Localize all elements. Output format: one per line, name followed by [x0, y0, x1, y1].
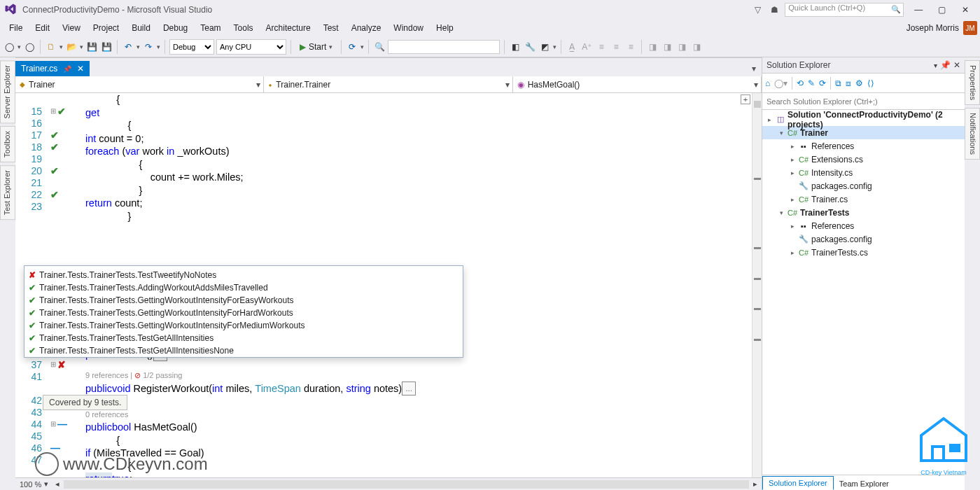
- tree-node[interactable]: ▾C#TrainerTests: [762, 206, 965, 219]
- se-properties-icon[interactable]: ⚙: [855, 78, 863, 88]
- menu-analyze[interactable]: Analyze: [345, 21, 388, 35]
- new-project-icon[interactable]: 🗋: [45, 41, 57, 53]
- properties-tab[interactable]: Properties: [965, 60, 980, 105]
- test-result-row[interactable]: ✔Trainer.Tests.TrainerTests.TestGetAllIn…: [29, 344, 458, 357]
- close-tab-icon[interactable]: ✕: [77, 64, 84, 74]
- solution-explorer-title: Solution Explorer: [766, 60, 931, 70]
- save-icon[interactable]: 💾: [85, 41, 98, 53]
- tb-group3-1[interactable]: ◨: [646, 41, 659, 53]
- nav-method[interactable]: ◉HasMetGoal()▾: [513, 76, 762, 92]
- overview-ruler[interactable]: [752, 93, 762, 477]
- menu-test[interactable]: Test: [317, 21, 345, 35]
- forward-icon[interactable]: ◯: [23, 41, 36, 53]
- se-home-icon[interactable]: ⌂: [765, 78, 770, 88]
- tree-node[interactable]: ▸◫Solution 'ConnectProductivityDemo' (2 …: [762, 113, 965, 126]
- menu-architecture[interactable]: Architecture: [260, 21, 317, 35]
- tb-group2-3[interactable]: ≡: [595, 41, 608, 53]
- test-result-row[interactable]: ✔Trainer.Tests.TrainerTests.AddingWorkou…: [29, 281, 458, 294]
- menu-help[interactable]: Help: [430, 21, 460, 35]
- tb-group2-4[interactable]: ≡: [610, 41, 622, 53]
- save-all-icon[interactable]: 💾: [100, 41, 113, 53]
- filter-icon[interactable]: ▽: [751, 4, 764, 16]
- menu-build[interactable]: Build: [125, 21, 157, 35]
- pin-icon[interactable]: 📌: [63, 65, 71, 73]
- menu-view[interactable]: View: [56, 21, 87, 35]
- tree-node[interactable]: ▸C#Extensions.cs: [762, 153, 965, 166]
- quick-launch-input[interactable]: Quick Launch (Ctrl+Q) 🔍: [785, 3, 904, 17]
- menu-window[interactable]: Window: [387, 21, 430, 35]
- platform-select[interactable]: Any CPU: [216, 39, 286, 55]
- nav-member[interactable]: ⬥Trainer.Trainer▾: [264, 76, 512, 92]
- browser-link-icon[interactable]: ⟳: [346, 41, 358, 53]
- menu-tools[interactable]: Tools: [227, 21, 260, 35]
- tb-group2-1[interactable]: A̲: [566, 41, 578, 53]
- tb-group3-2[interactable]: ◨: [661, 41, 673, 53]
- notifications-icon[interactable]: ☗: [768, 4, 780, 16]
- close-panel-icon[interactable]: ✕: [953, 60, 960, 70]
- menu-team[interactable]: Team: [194, 21, 227, 35]
- tb-icon-2[interactable]: 🔧: [524, 41, 536, 53]
- split-icon[interactable]: +: [741, 94, 750, 104]
- menu-debug[interactable]: Debug: [157, 21, 194, 35]
- tb-group2-2[interactable]: A⁺: [580, 41, 593, 53]
- back-icon[interactable]: ◯: [3, 41, 15, 53]
- test-result-row[interactable]: ✘Trainer.Tests.TrainerTests.TestTweetify…: [29, 269, 458, 281]
- signed-in-user[interactable]: Joseph Morris: [906, 23, 963, 33]
- se-refresh-icon[interactable]: ⟳: [819, 78, 826, 88]
- se-collapse-icon[interactable]: ⧉: [835, 78, 841, 88]
- hscroll-right-icon[interactable]: ▸: [753, 479, 757, 489]
- tree-node[interactable]: 🔧packages.config: [762, 179, 965, 192]
- minimize-button[interactable]: —: [908, 5, 929, 15]
- test-result-row[interactable]: ✔Trainer.Tests.TrainerTests.GettingWorko…: [29, 307, 458, 319]
- tree-node[interactable]: ▸C#Trainer.cs: [762, 192, 965, 206]
- menu-edit[interactable]: Edit: [29, 21, 56, 35]
- test-result-row[interactable]: ✔Trainer.Tests.TrainerTests.GettingWorko…: [29, 319, 458, 332]
- menu-project[interactable]: Project: [87, 21, 125, 35]
- test-result-row[interactable]: ✔Trainer.Tests.TrainerTests.TestGetAllIn…: [29, 332, 458, 344]
- tb-icon-3[interactable]: ◩: [538, 41, 551, 53]
- tree-node[interactable]: ▸▪▪References: [762, 219, 965, 232]
- find-input[interactable]: [388, 40, 500, 54]
- tree-node[interactable]: ▸▪▪References: [762, 139, 965, 153]
- undo-icon[interactable]: ↶: [122, 41, 134, 53]
- panel-menu-icon[interactable]: ▾: [934, 62, 937, 69]
- menu-file[interactable]: File: [3, 21, 29, 35]
- team-explorer-tab[interactable]: Team Explorer: [834, 477, 895, 490]
- user-avatar[interactable]: JM: [963, 21, 977, 35]
- test-explorer-tab[interactable]: Test Explorer: [0, 165, 15, 220]
- right-panel-tabs: Solution Explorer Team Explorer: [762, 475, 965, 490]
- config-select[interactable]: Debug: [169, 39, 214, 55]
- pin-panel-icon[interactable]: 📌: [940, 60, 951, 70]
- nav-type[interactable]: ◆Trainer▾: [15, 76, 264, 92]
- doc-menu-icon[interactable]: ▾: [746, 61, 762, 76]
- tb-group3-3[interactable]: ◨: [676, 41, 688, 53]
- tree-node[interactable]: ▸C#TrainerTests.cs: [762, 246, 965, 259]
- find-icon[interactable]: 🔍: [373, 41, 386, 53]
- hscroll-left-icon[interactable]: ◂: [55, 479, 59, 489]
- tree-node[interactable]: 🔧packages.config: [762, 232, 965, 246]
- se-showall-icon[interactable]: ⧈: [846, 78, 851, 88]
- active-document-tab[interactable]: Trainer.cs 📌 ✕: [15, 61, 90, 76]
- maximize-button[interactable]: ▢: [932, 5, 953, 15]
- solution-explorer-tab[interactable]: Solution Explorer: [762, 476, 834, 490]
- tb-icon-1[interactable]: ◧: [509, 41, 522, 53]
- tree-node[interactable]: ▸C#Intensity.cs: [762, 166, 965, 179]
- close-button[interactable]: ✕: [955, 5, 976, 15]
- se-back-icon[interactable]: ◯▾: [774, 78, 788, 88]
- start-button[interactable]: ▶Start▾: [295, 42, 337, 52]
- tb-group3-4[interactable]: ◨: [690, 41, 703, 53]
- notifications-tab[interactable]: Notifications: [965, 108, 980, 160]
- tb-group2-5[interactable]: ≡: [624, 41, 637, 53]
- hscrollbar[interactable]: [64, 480, 749, 489]
- zoom-dropdown-icon[interactable]: ▾: [44, 479, 48, 489]
- redo-icon[interactable]: ↷: [142, 41, 155, 53]
- toolbox-tab[interactable]: Toolbox: [0, 126, 15, 162]
- se-pending-icon[interactable]: ✎: [808, 78, 815, 88]
- zoom-level[interactable]: 100 %: [20, 480, 41, 489]
- solution-search-input[interactable]: [762, 93, 965, 109]
- se-preview-icon[interactable]: ⟨⟩: [867, 78, 874, 88]
- open-icon[interactable]: 📂: [65, 41, 78, 53]
- server-explorer-tab[interactable]: Server Explorer: [0, 60, 15, 123]
- se-sync-icon[interactable]: ⟲: [797, 78, 804, 88]
- test-result-row[interactable]: ✔Trainer.Tests.TrainerTests.GettingWorko…: [29, 294, 458, 307]
